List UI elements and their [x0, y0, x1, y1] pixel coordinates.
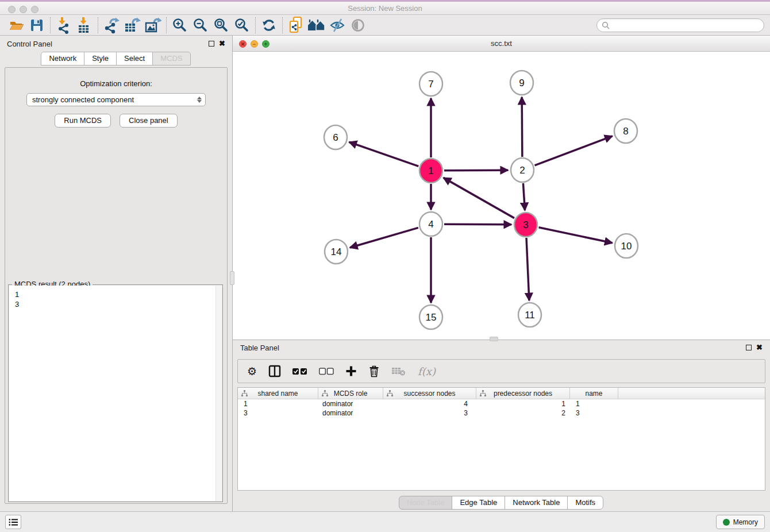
table-row[interactable]: 1dominator411 — [238, 399, 765, 408]
unselect-all-columns-icon[interactable] — [319, 368, 334, 375]
search-input[interactable] — [613, 21, 759, 29]
node-1[interactable]: 1 — [419, 159, 442, 183]
mcds-result-list[interactable]: 1 3 — [9, 286, 222, 501]
node-14[interactable]: 14 — [325, 240, 348, 264]
export-network-icon[interactable] — [101, 17, 122, 34]
hide-selected-icon[interactable] — [327, 17, 348, 34]
node-7[interactable]: 7 — [419, 72, 442, 96]
node-4[interactable]: 4 — [419, 212, 442, 236]
network-window: ✕ − + scc.txt 7968124314101511 — [233, 36, 770, 340]
delete-column-icon[interactable] — [368, 365, 380, 377]
delete-table-glyph — [391, 366, 406, 376]
edge-4-3[interactable] — [444, 224, 511, 225]
float-table-panel-icon[interactable] — [746, 345, 752, 350]
table-settings-gear-icon[interactable]: ⚙ — [247, 365, 257, 377]
new-network-from-selection-icon[interactable] — [286, 17, 306, 34]
tab-edge-table[interactable]: Edge Table — [452, 496, 505, 510]
column-type-icon — [480, 390, 486, 396]
edge-3-11[interactable] — [526, 238, 529, 300]
run-mcds-button[interactable]: Run MCDS — [55, 114, 111, 128]
export-image-icon[interactable] — [143, 17, 163, 34]
node-10[interactable]: 10 — [615, 234, 638, 258]
table-cell: 3 — [238, 408, 318, 418]
import-network-icon[interactable] — [53, 17, 74, 34]
tab-motifs[interactable]: Motifs — [567, 496, 603, 510]
toolbar-separator — [98, 17, 98, 33]
zoom-fit-icon[interactable] — [211, 17, 232, 34]
node-8[interactable]: 8 — [614, 119, 637, 143]
svg-text:6: 6 — [333, 132, 338, 143]
node-2[interactable]: 2 — [511, 158, 534, 182]
edge-3-1[interactable] — [444, 178, 514, 218]
export-image-glyph — [144, 17, 161, 34]
edge-2-8[interactable] — [535, 136, 613, 165]
refresh-icon[interactable] — [259, 17, 279, 34]
network-window-titlebar: ✕ − + scc.txt — [233, 36, 770, 52]
edge-1-2[interactable] — [444, 170, 508, 171]
export-table-icon[interactable] — [122, 17, 143, 34]
table-cell: dominator — [318, 408, 383, 418]
close-table-panel-icon[interactable]: ✖ — [756, 345, 763, 350]
tab-mcds[interactable]: MCDS — [152, 52, 190, 65]
zoom-in-icon[interactable] — [170, 17, 190, 34]
zoom-in-glyph — [172, 17, 188, 33]
columns-glyph — [268, 365, 281, 377]
svg-text:4: 4 — [428, 219, 433, 230]
select-all-columns-icon[interactable] — [292, 368, 307, 375]
tab-style[interactable]: Style — [84, 52, 117, 65]
edge-2-3[interactable] — [523, 183, 525, 210]
node-6[interactable]: 6 — [324, 125, 347, 149]
node-9[interactable]: 9 — [510, 71, 533, 95]
column-header-mcds-role[interactable]: MCDS role — [318, 388, 383, 399]
svg-text:14: 14 — [331, 246, 342, 257]
open-session-icon[interactable] — [6, 17, 26, 34]
column-layout-icon[interactable] — [268, 365, 281, 377]
table-row[interactable]: 3dominator323 — [238, 408, 765, 418]
memory-label: Memory — [733, 518, 758, 526]
svg-text:2: 2 — [519, 165, 525, 176]
edge-3-10[interactable] — [539, 228, 613, 243]
column-header-successor-nodes[interactable]: successor nodes — [383, 388, 476, 399]
edge-2-9[interactable] — [522, 97, 522, 157]
first-neighbors-icon[interactable] — [306, 17, 327, 34]
tab-select[interactable]: Select — [116, 52, 153, 65]
save-session-icon[interactable] — [26, 17, 47, 34]
float-panel-icon[interactable] — [209, 41, 214, 47]
close-panel-button[interactable]: Close panel — [120, 114, 178, 128]
edge-1-6[interactable] — [349, 142, 419, 166]
column-header-shared-name[interactable]: shared name — [238, 388, 318, 399]
show-all-icon[interactable] — [348, 17, 368, 34]
zoom-selected-icon[interactable] — [232, 17, 252, 34]
network-canvas[interactable]: 7968124314101511 — [233, 52, 770, 340]
column-label: successor nodes — [403, 390, 455, 398]
horizontal-splitter-grip[interactable] — [490, 337, 498, 341]
import-table-icon[interactable] — [74, 17, 95, 34]
vertical-splitter-grip[interactable] — [230, 271, 234, 285]
node-3[interactable]: 3 — [514, 213, 537, 237]
close-panel-icon[interactable]: ✖ — [219, 41, 225, 47]
table-tabs: Node Table Edge Table Network Table Moti… — [233, 496, 770, 510]
result-scrollbar[interactable] — [215, 286, 222, 501]
tab-network-table[interactable]: Network Table — [505, 496, 568, 510]
search-box[interactable] — [596, 18, 764, 32]
create-column-icon[interactable] — [345, 365, 357, 377]
memory-button[interactable]: Memory — [716, 515, 765, 529]
unchecked-boxes-glyph — [319, 368, 334, 375]
tab-node-table[interactable]: Node Table — [399, 496, 453, 510]
edge-4-14[interactable] — [350, 228, 418, 248]
table-panel: Table Panel ✖ ⚙ — [233, 340, 770, 511]
node-11[interactable]: 11 — [518, 303, 541, 327]
show-panels-list-button[interactable] — [5, 515, 21, 529]
column-header-name[interactable]: name — [570, 388, 618, 399]
zoom-out-icon[interactable] — [190, 17, 211, 34]
column-type-icon — [241, 390, 248, 396]
criterion-dropdown[interactable]: strongly connected component — [26, 93, 206, 106]
column-header-predecessor-nodes[interactable]: predecessor nodes — [476, 388, 570, 399]
svg-text:9: 9 — [519, 78, 524, 88]
refresh-glyph — [261, 17, 277, 33]
eye-slash-glyph — [329, 17, 346, 33]
svg-text:15: 15 — [426, 312, 437, 323]
network-graph[interactable]: 7968124314101511 — [233, 52, 769, 340]
tab-network[interactable]: Network — [41, 52, 84, 65]
node-15[interactable]: 15 — [419, 305, 442, 329]
